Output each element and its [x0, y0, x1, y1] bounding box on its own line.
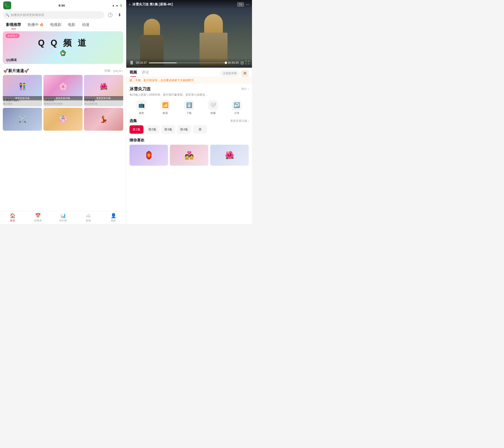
search-icon: 🔍 [6, 13, 9, 17]
nav-home-label: 首页 [10, 219, 15, 222]
ep-btn-5[interactable]: 第 [193, 125, 207, 134]
new-section-link[interactable]: 官网：yrzj.tv › [104, 69, 123, 73]
movie-thumb-5: 👘 [43, 108, 83, 131]
left-tabs: 影视推荐 热播中 🔥 电视剧 电影 动漫 [0, 20, 126, 29]
episode-title: 选集 [129, 119, 137, 124]
right-content: 视频 评论 点我发弹幕 弹 败、卡顿、影片错误等，点击重试或者下方换源即可 冰雪… [126, 68, 252, 224]
episode-header: 选集 更新至第21集 › [126, 117, 252, 125]
app-logo: 🦕 [3, 1, 11, 9]
show-info: 冰雪尖刀连 简介 › [126, 84, 252, 93]
movie-thumb-2: 🌸 [43, 75, 83, 98]
ep-btn-4[interactable]: 第4集 [177, 125, 191, 134]
nav-discover-label: 发现 [86, 219, 91, 222]
qq-channel-banner[interactable]: 欢迎加入 Q Q 频 道 [3, 31, 123, 64]
new-section-title: 🚀新片速递🚀 [3, 68, 29, 73]
nav-home[interactable]: 🏠 首页 [0, 213, 25, 222]
video-player: ‹ 冰雪尖刀连 第1集 [原画-4K] TV ··· ⏸ 00:16:37 00… [126, 0, 252, 68]
movie-badge-2: 更新至第24集 [43, 96, 83, 100]
nav-ranking[interactable]: 📊 排行榜 [50, 213, 76, 222]
pause-button[interactable]: ⏸ [129, 60, 134, 66]
nav-ranking-label: 排行榜 [59, 219, 67, 222]
rec-thumb-2: 💑 [170, 145, 208, 166]
progress-fill [149, 63, 177, 63]
back-button[interactable]: ‹ [129, 2, 130, 7]
search-box[interactable]: 🔍 如播放失败请更换播放源 [3, 11, 105, 19]
nav-discover[interactable]: ☁️ 发现 [76, 213, 101, 222]
tv-badge[interactable]: TV [237, 2, 244, 6]
action-favorite[interactable]: 🤍 收藏 [208, 100, 218, 115]
banner-label: QQ频道 [6, 58, 17, 62]
rec-card-2[interactable]: 💑 [170, 145, 208, 166]
cuigeng-icon: 📺 [136, 100, 146, 110]
movie-card-4[interactable]: ⚔️ [3, 108, 42, 131]
tab-dianying[interactable]: 电影 [65, 20, 79, 29]
progress-handle[interactable] [225, 62, 227, 64]
video-top-bar: ‹ 冰雪尖刀连 第1集 [原画-4K] TV ··· [126, 0, 252, 9]
danmu-input-area: 点我发弹幕 弹 [220, 70, 249, 77]
tab-rebo[interactable]: 热播中 🔥 [24, 20, 47, 29]
movie-sub-3: 每日更新2集 [84, 102, 123, 107]
show-name: 冰雪尖刀连 [129, 86, 150, 92]
movie-badge-3: 更新至第14集 [84, 96, 123, 100]
action-download[interactable]: ⬇️ 下载 [184, 100, 194, 115]
wifi-icon: ▲ [116, 4, 118, 7]
tab-dianshiju[interactable]: 电视剧 [47, 20, 65, 29]
episode-more[interactable]: 更新至第21集 › [230, 119, 249, 123]
movie-card-3[interactable]: 🌺 更新至第14集 灼灼风流 每日更新2集 [84, 75, 123, 107]
fullscreen-button[interactable]: ⛶ [246, 61, 249, 65]
danmu-send-button[interactable]: 弹 [241, 70, 249, 77]
notice-bar: 败、卡顿、影片错误等，点击重试或者下方换源即可 [126, 77, 252, 84]
status-icons: ▲ ▲ 🔋 [112, 4, 123, 7]
tab-comments[interactable]: 评论 [142, 70, 149, 77]
right-tabs: 视频 评论 点我发弹幕 弹 [126, 68, 252, 77]
nav-profile[interactable]: 👤 我的 [101, 213, 126, 222]
search-placeholder: 如播放失败请更换播放源 [11, 13, 44, 17]
episode-list: 第1集 第2集 第3集 第4集 第 [126, 125, 252, 137]
right-panel: ‹ 冰雪尖刀连 第1集 [原画-4K] TV ··· ⏸ 00:16:37 00… [126, 0, 252, 224]
movie-card-1[interactable]: 👫 更新至第21集 从离婚开始的… 每日更新 [3, 75, 42, 107]
movie-sub-2: 每周四至周日更新 [43, 102, 83, 107]
rec-card-1[interactable]: 🏮 [129, 145, 168, 166]
action-share[interactable]: ↩️ 分享 [232, 100, 242, 115]
movie-sub-1: 每日更新 [3, 102, 42, 107]
status-bar: 🦕 9:34 ▲ ▲ 🔋 [0, 0, 126, 10]
show-intro-link[interactable]: 简介 › [241, 87, 249, 91]
nav-schedule[interactable]: 📅 排期表 [25, 213, 50, 222]
download-button[interactable]: ⬇ [116, 11, 123, 19]
status-time: 9:34 [59, 4, 65, 7]
movie-badge-1: 更新至第21集 [3, 96, 42, 100]
discover-icon: ☁️ [85, 213, 91, 218]
pip-button[interactable]: ⊡ [241, 61, 244, 65]
schedule-icon: 📅 [35, 213, 41, 218]
total-time: 00:45:25 [228, 61, 239, 64]
action-cuigeng[interactable]: 📺 催更 [136, 100, 146, 115]
search-row: 🔍 如播放失败请更换播放源 🕐 ⬇ [0, 10, 126, 20]
action-huanyuan[interactable]: 📶 换源 [160, 100, 170, 115]
ep-btn-1[interactable]: 第1集 [129, 125, 144, 134]
download-label: 下载 [186, 111, 192, 115]
huanyuan-icon: 📶 [160, 100, 170, 110]
tencent-video-logo [57, 48, 69, 59]
ep-btn-2[interactable]: 第2集 [145, 125, 159, 134]
tab-yingshi[interactable]: 影视推荐 [3, 20, 24, 29]
movie-card-6[interactable]: 💃 [84, 108, 123, 131]
history-button[interactable]: 🕐 [107, 11, 114, 19]
danmu-textbox[interactable]: 点我发弹幕 [220, 70, 240, 76]
ep-btn-3[interactable]: 第3集 [161, 125, 175, 134]
show-desc: 每日晚上更新 | 1950年秋，新中国万象更新。某军第七侦察连… [126, 93, 252, 99]
recommend-grid: 🏮 💑 🌺 [126, 145, 252, 169]
huanyuan-label: 换源 [163, 111, 168, 115]
more-button[interactable]: ··· [246, 2, 249, 7]
recommend-header: 猜你喜欢 [126, 137, 252, 145]
movie-thumb-1: 👫 [3, 75, 42, 98]
movie-card-2[interactable]: 🌸 更新至第24集 七时吉祥 每周四至周日更新 [43, 75, 83, 107]
tab-dongman[interactable]: 动漫 [79, 20, 93, 29]
progress-bar[interactable] [149, 63, 226, 63]
ranking-icon: 📊 [60, 213, 66, 218]
movie-card-5[interactable]: 👘 [43, 108, 83, 131]
rec-card-3[interactable]: 🌺 [210, 145, 249, 166]
signal-icon: ▲ [112, 4, 115, 7]
nav-schedule-label: 排期表 [34, 219, 42, 222]
tab-video[interactable]: 视频 [129, 70, 137, 77]
video-scene [126, 0, 252, 68]
